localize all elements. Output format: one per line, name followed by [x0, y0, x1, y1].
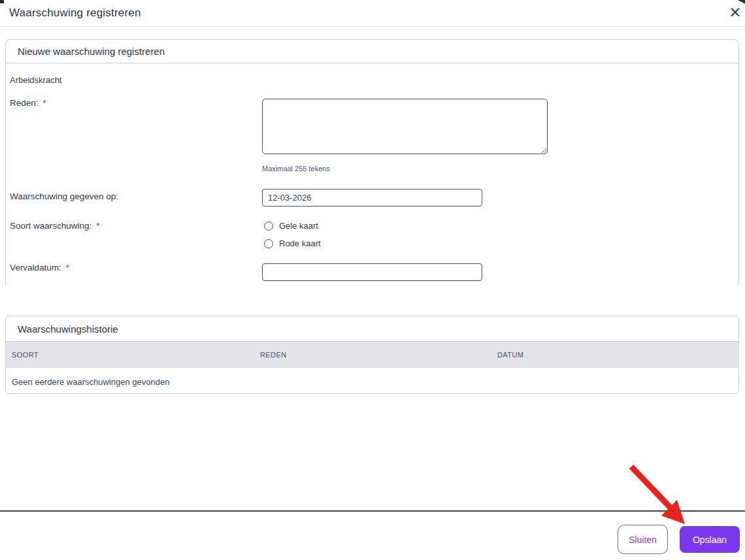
annotation-arrow-icon — [621, 454, 699, 536]
reason-maxlength-hint: Maximaal 255 tekens — [262, 165, 330, 173]
radio-icon[interactable] — [264, 222, 273, 231]
warning-history-section: Waarschuwingshistorie SOORT REDEN DATUM … — [5, 316, 739, 394]
header-divider — [0, 26, 745, 27]
reason-textarea[interactable] — [262, 99, 548, 154]
column-header-datum: DATUM — [497, 351, 738, 359]
dialog-title: Waarschuwing registreren — [9, 7, 141, 20]
reason-label: Reden:* — [10, 98, 46, 108]
screenshot-artifact — [0, 0, 4, 3]
warning-type-label: Soort waarschuwing:* — [10, 221, 99, 231]
radio-option-rode-kaart[interactable]: Rode kaart — [264, 239, 321, 248]
history-table-header: SOORT REDEN DATUM — [6, 342, 738, 368]
new-warning-section-title: Nieuwe waarschuwing registreren — [6, 40, 738, 63]
required-marker: * — [43, 98, 46, 108]
worker-label: Arbeidskracht — [10, 75, 61, 85]
column-header-soort: SOORT — [6, 351, 260, 359]
close-icon[interactable]: ✕ — [724, 1, 745, 24]
warning-register-dialog: Waarschuwing registreren ✕ Nieuwe waarsc… — [0, 0, 745, 560]
radio-label: Gele kaart — [279, 221, 318, 231]
radio-label: Rode kaart — [279, 239, 321, 248]
required-marker: * — [96, 221, 99, 231]
sluiten-button[interactable]: Sluiten — [618, 525, 668, 554]
required-marker: * — [66, 263, 69, 272]
footer-divider — [0, 510, 745, 512]
expiry-date-input[interactable] — [262, 263, 482, 281]
radio-option-gele-kaart[interactable]: Gele kaart — [264, 221, 318, 231]
expiry-date-label: Vervaldatum:* — [10, 263, 69, 272]
warning-history-title: Waarschuwingshistorie — [6, 316, 738, 342]
column-header-reden: REDEN — [260, 351, 497, 359]
given-on-date-input[interactable] — [262, 189, 482, 206]
history-empty-message: Geen eerdere waarschuwingen gevonden — [6, 368, 738, 394]
new-warning-section: Nieuwe waarschuwing registreren Arbeidsk… — [5, 39, 739, 286]
opslaan-button[interactable]: Opslaan — [680, 526, 740, 553]
given-on-label: Waarschuwing gegeven op: — [10, 191, 118, 201]
radio-icon[interactable] — [264, 239, 273, 248]
